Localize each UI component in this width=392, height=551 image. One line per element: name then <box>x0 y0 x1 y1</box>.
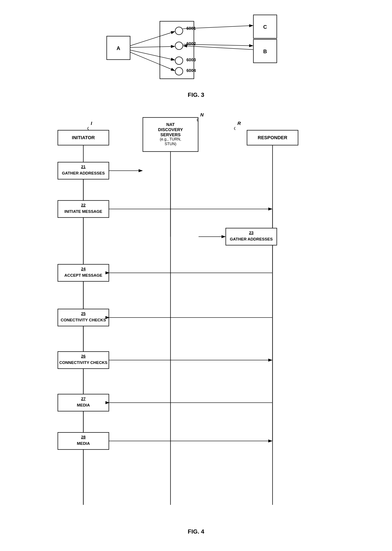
svg-point-6 <box>175 67 183 75</box>
svg-text:22: 22 <box>81 203 85 207</box>
fig4-diagram: INITIATOR NAT DISCOVERY SERVERS (e.g., T… <box>47 105 345 526</box>
svg-text:SERVERS: SERVERS <box>160 132 181 137</box>
fig3-label: FIG. 3 <box>188 92 204 98</box>
svg-text:INITIATOR: INITIATOR <box>72 135 95 140</box>
svg-text:28: 28 <box>81 435 85 439</box>
svg-point-4 <box>175 42 183 50</box>
svg-text:6004: 6004 <box>186 68 196 73</box>
svg-text:MEDIA: MEDIA <box>77 441 90 446</box>
svg-text:25: 25 <box>81 311 86 316</box>
svg-text:GATHER ADDRESSES: GATHER ADDRESSES <box>230 237 273 241</box>
svg-point-5 <box>175 57 183 65</box>
svg-text:B: B <box>263 49 267 54</box>
svg-text:C: C <box>263 24 267 30</box>
svg-text:(e.g., TURN,: (e.g., TURN, <box>160 137 181 141</box>
svg-text:6002: 6002 <box>186 41 196 46</box>
svg-text:R: R <box>238 121 241 126</box>
svg-text:I: I <box>91 121 92 126</box>
svg-text:N: N <box>200 112 204 117</box>
svg-text:GATHER ADDRESSES: GATHER ADDRESSES <box>62 171 105 175</box>
svg-text:21: 21 <box>81 165 86 169</box>
fig3-diagram: A 6001 6002 6003 6004 C B <box>100 8 292 89</box>
svg-text:23: 23 <box>249 231 253 235</box>
svg-text:NAT: NAT <box>166 122 175 127</box>
svg-text:INITIATE MESSAGE: INITIATE MESSAGE <box>64 209 102 214</box>
svg-text:DISCOVERY: DISCOVERY <box>158 127 183 132</box>
svg-text:26: 26 <box>81 354 85 358</box>
svg-text:MEDIA: MEDIA <box>77 403 90 407</box>
svg-text:ACCEPT MESSAGE: ACCEPT MESSAGE <box>64 273 102 277</box>
svg-text:CONECTIVITY CHECKS: CONECTIVITY CHECKS <box>61 318 106 322</box>
svg-text:STUN): STUN) <box>165 142 176 146</box>
svg-text:A: A <box>117 45 120 51</box>
svg-text:RESPONDER: RESPONDER <box>258 135 287 140</box>
svg-text:27: 27 <box>81 397 85 401</box>
page: A 6001 6002 6003 6004 C B <box>0 0 392 551</box>
svg-text:CONNECTIVITY CHECKS: CONNECTIVITY CHECKS <box>59 360 108 365</box>
svg-text:6003: 6003 <box>186 58 196 62</box>
fig4-label: FIG. 4 <box>188 528 204 535</box>
svg-point-3 <box>175 27 183 35</box>
svg-text:24: 24 <box>81 267 86 271</box>
